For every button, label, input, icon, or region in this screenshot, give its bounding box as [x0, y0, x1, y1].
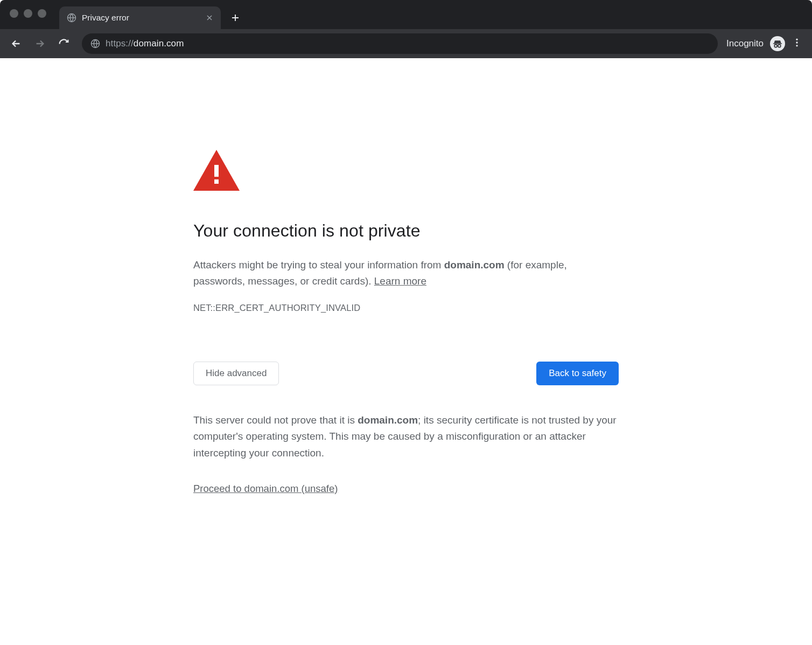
globe-icon: [90, 39, 100, 48]
browser-chrome: Privacy error: [0, 0, 812, 58]
svg-point-6: [796, 41, 797, 43]
window-controls: [10, 9, 46, 18]
close-icon[interactable]: [206, 14, 213, 22]
reload-button[interactable]: [54, 34, 73, 53]
svg-point-4: [778, 45, 781, 47]
window-close-dot[interactable]: [10, 9, 18, 18]
warning-triangle-icon: [193, 150, 619, 191]
incognito-icon[interactable]: [770, 36, 785, 51]
proceed-unsafe-link[interactable]: Proceed to domain.com (unsafe): [193, 483, 338, 494]
svg-point-7: [796, 45, 797, 46]
forward-button[interactable]: [30, 34, 50, 53]
svg-rect-9: [214, 165, 219, 177]
advanced-domain: domain.com: [358, 414, 418, 426]
svg-rect-2: [773, 43, 782, 44]
back-button[interactable]: [6, 34, 26, 53]
desc-prefix: Attackers might be trying to steal your …: [193, 259, 444, 271]
error-code: NET::ERR_CERT_AUTHORITY_INVALID: [193, 303, 619, 313]
page-heading: Your connection is not private: [193, 221, 619, 241]
window-min-dot[interactable]: [24, 9, 32, 18]
window-max-dot[interactable]: [38, 9, 46, 18]
kebab-menu-icon[interactable]: [792, 37, 802, 50]
new-tab-button[interactable]: [230, 6, 240, 29]
svg-point-5: [796, 39, 797, 40]
toolbar-right: Incognito: [726, 36, 806, 51]
browser-tab[interactable]: Privacy error: [59, 6, 221, 29]
url-host: domain.com: [134, 38, 184, 48]
svg-point-3: [774, 45, 777, 47]
advanced-prefix: This server could not prove that it is: [193, 414, 358, 426]
button-row: Hide advanced Back to safety: [193, 362, 619, 385]
advanced-explanation: This server could not prove that it is d…: [193, 412, 619, 461]
warning-description: Attackers might be trying to steal your …: [193, 257, 619, 290]
url-text: https://domain.com: [106, 38, 184, 49]
globe-icon: [67, 13, 76, 23]
incognito-label: Incognito: [726, 38, 764, 49]
svg-rect-10: [214, 179, 219, 184]
back-to-safety-button[interactable]: Back to safety: [536, 362, 619, 385]
desc-domain: domain.com: [444, 259, 505, 271]
learn-more-link[interactable]: Learn more: [374, 275, 426, 287]
address-bar[interactable]: https://domain.com: [82, 33, 718, 54]
hide-advanced-button[interactable]: Hide advanced: [193, 362, 279, 385]
ssl-interstitial: Your connection is not private Attackers…: [193, 58, 619, 495]
tab-title: Privacy error: [82, 13, 200, 23]
tab-strip: Privacy error: [0, 0, 812, 29]
page-content: Your connection is not private Attackers…: [0, 58, 812, 645]
browser-toolbar: https://domain.com Incognito: [0, 29, 812, 58]
url-scheme: https://: [106, 38, 134, 48]
